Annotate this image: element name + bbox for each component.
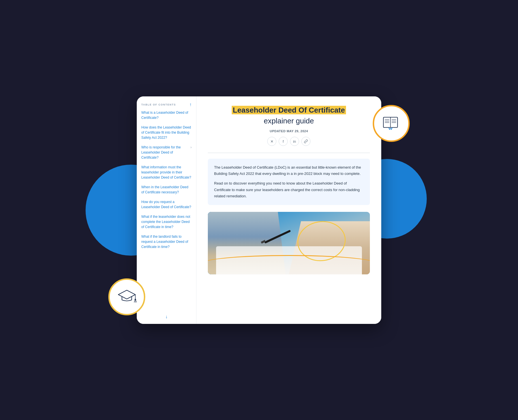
toc-link-when[interactable]: When in the Leaseholder Deed of Certific… bbox=[141, 185, 192, 195]
intro-paragraph-2: Read on to discover everything you need … bbox=[214, 180, 364, 199]
book-icon-circle bbox=[373, 105, 410, 142]
updated-date-value: MAY 29, 2024 bbox=[287, 129, 308, 133]
toc-link-what-if-leaseholder[interactable]: What if the leaseholder does not complet… bbox=[141, 214, 192, 229]
toc-link-what-info[interactable]: What information must the leaseholder pr… bbox=[141, 165, 192, 180]
share-linkedin-button[interactable]: in bbox=[290, 137, 299, 146]
toc-link-what-if-landlord[interactable]: What if the landlord fails to request a … bbox=[141, 234, 192, 249]
toc-item-what-info[interactable]: What information must the leaseholder pr… bbox=[141, 165, 192, 180]
hero-image bbox=[208, 212, 370, 274]
page-wrapper: TABLE OF CONTENTS ↑ What is a Leaseholde… bbox=[103, 82, 415, 338]
toc-label: TABLE OF CONTENTS bbox=[141, 103, 192, 106]
toc-item-what-if-leaseholder[interactable]: What if the leaseholder does not complet… bbox=[141, 214, 192, 229]
signing-scene bbox=[208, 212, 370, 274]
toc-item-what-if-landlord[interactable]: What if the landlord fails to request a … bbox=[141, 234, 192, 249]
scroll-up-button[interactable]: ↑ bbox=[189, 102, 192, 107]
graduation-cap-icon-circle bbox=[108, 278, 145, 315]
scroll-down-button[interactable]: ↓ bbox=[165, 314, 168, 319]
toc-link-how-request[interactable]: How do you request a Leaseholder Deed of… bbox=[141, 199, 192, 210]
article-subtitle: explainer guide bbox=[208, 117, 370, 125]
svg-point-10 bbox=[134, 299, 136, 300]
social-share-bar: ✕ f in bbox=[208, 137, 370, 146]
intro-box: The Leaseholder Deed of Certificate (LDo… bbox=[208, 159, 370, 205]
share-link-button[interactable] bbox=[301, 137, 310, 146]
toc-link-who-is[interactable]: Who is responsible for the Leaseholder D… bbox=[141, 145, 187, 160]
toc-item-when[interactable]: When in the Leaseholder Deed of Certific… bbox=[141, 185, 192, 195]
share-twitter-button[interactable]: ✕ bbox=[267, 137, 276, 146]
toc-item-who-is[interactable]: Who is responsible for the Leaseholder D… bbox=[141, 145, 192, 160]
content-divider bbox=[208, 153, 370, 153]
main-card: TABLE OF CONTENTS ↑ What is a Leaseholde… bbox=[137, 96, 381, 324]
toc-item-what-is[interactable]: What is a Leaseholder Deed of Certificat… bbox=[141, 110, 192, 120]
intro-paragraph-1: The Leaseholder Deed of Certificate (LDo… bbox=[214, 164, 364, 177]
svg-marker-8 bbox=[118, 290, 135, 299]
svg-line-13 bbox=[136, 300, 137, 302]
article-title: Leaseholder Deed Of Certificate bbox=[208, 105, 370, 115]
expand-icon: › bbox=[190, 145, 192, 149]
toc-item-how-request[interactable]: How do you request a Leaseholder Deed of… bbox=[141, 199, 192, 210]
updated-date: UPDATED MAY 29, 2024 bbox=[208, 129, 370, 133]
main-content: Leaseholder Deed Of Certificate explaine… bbox=[196, 96, 381, 324]
svg-line-11 bbox=[134, 300, 135, 302]
updated-label: UPDATED bbox=[270, 129, 286, 133]
orange-curve-decoration bbox=[208, 255, 370, 272]
toc-item-how-does[interactable]: How does the Leaseholder Deed of Certifi… bbox=[141, 125, 192, 140]
sidebar: TABLE OF CONTENTS ↑ What is a Leaseholde… bbox=[137, 96, 196, 324]
title-highlighted: Leaseholder Deed Of Certificate bbox=[232, 106, 346, 114]
book-icon bbox=[381, 114, 401, 133]
share-facebook-button[interactable]: f bbox=[279, 137, 288, 146]
graduation-cap-icon bbox=[117, 288, 137, 306]
toc-link-what-is[interactable]: What is a Leaseholder Deed of Certificat… bbox=[141, 110, 192, 120]
toc-link-how-does[interactable]: How does the Leaseholder Deed of Certifi… bbox=[141, 125, 192, 140]
